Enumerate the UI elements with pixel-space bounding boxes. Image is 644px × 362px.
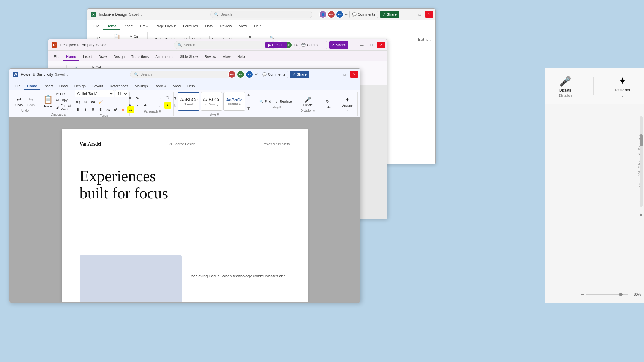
excel-close-button[interactable]: ✕ <box>425 11 433 18</box>
excel-editing-chevron[interactable]: ⌄ <box>430 38 432 41</box>
word-italic-button[interactable]: I <box>82 106 89 113</box>
word-font-size-select[interactable]: 11 <box>115 90 128 97</box>
word-sort-button[interactable]: ⇅ <box>164 95 171 101</box>
excel-tab-formulas[interactable]: Formulas <box>180 23 201 30</box>
dictate-panel-button[interactable]: 🎤 Dictate Dictation <box>559 76 572 97</box>
ppt-tab-animations[interactable]: Animations <box>152 53 176 61</box>
word-style-normal[interactable]: AaBbCc Normal* <box>178 92 199 111</box>
ppt-tab-design[interactable]: Design <box>111 53 128 61</box>
word-clear-format-button[interactable]: 🧹 <box>97 98 104 105</box>
word-styles-expand-icon[interactable]: ⊞ <box>217 113 219 116</box>
word-tab-file[interactable]: File <box>12 83 23 90</box>
word-line-spacing-button[interactable]: ↕ <box>157 102 163 109</box>
excel-cut-button[interactable]: ✂ Cut <box>123 34 145 39</box>
excel-comments-button[interactable]: 💬 Comments <box>349 11 378 18</box>
word-decrease-indent-button[interactable]: ← <box>149 95 156 101</box>
excel-search-bar[interactable]: 🔍 Search <box>210 11 312 18</box>
word-font-expand-icon[interactable]: ⊞ <box>106 114 109 117</box>
excel-tab-insert[interactable]: Insert <box>121 23 136 30</box>
word-clipboard-expand-icon[interactable]: ⊞ <box>64 113 66 116</box>
word-shrink-font-button[interactable]: a↓ <box>82 98 89 105</box>
word-saved-chevron[interactable]: ⌄ <box>66 72 69 77</box>
word-styles-scroll-up[interactable]: ▲ <box>246 92 251 97</box>
designer-panel-button[interactable]: ✦ Designer ⌄ <box>615 75 630 98</box>
word-bold-button[interactable]: B <box>75 106 81 113</box>
word-styles-scroll-down[interactable]: ▼ <box>246 106 251 111</box>
word-align-right-button[interactable]: ⮕ <box>142 102 148 109</box>
word-subscript-button[interactable]: x₂ <box>105 106 111 113</box>
word-tab-insert[interactable]: Insert <box>41 83 56 90</box>
word-superscript-button[interactable]: x² <box>112 106 119 113</box>
ppt-present-button[interactable]: ▶ Present <box>265 42 287 48</box>
word-tab-layout[interactable]: Layout <box>89 83 106 90</box>
excel-tab-review[interactable]: Review <box>217 23 235 30</box>
word-strikethrough-button[interactable]: S <box>97 106 104 113</box>
excel-tab-help[interactable]: Help <box>251 23 265 30</box>
zoom-plus-icon[interactable]: + <box>630 292 632 297</box>
word-tab-view[interactable]: View <box>170 83 184 90</box>
right-panel-scrollbar-thumb[interactable] <box>640 134 643 146</box>
ppt-share-button[interactable]: ↗ Share <box>329 41 348 49</box>
excel-tab-pagelayout[interactable]: Page Layout <box>153 23 179 30</box>
word-multilevel-button[interactable]: ⋮≡ <box>142 95 148 101</box>
zoom-slider-track[interactable] <box>586 294 628 295</box>
word-tab-references[interactable]: References <box>107 83 131 90</box>
word-search-bar[interactable]: 🔍 Search <box>130 71 232 78</box>
excel-tab-view[interactable]: View <box>236 23 250 30</box>
word-justify-button[interactable]: ☰ <box>149 102 156 109</box>
ppt-tab-insert[interactable]: Insert <box>80 53 95 61</box>
ppt-comments-button[interactable]: 💬 Comments <box>299 41 327 49</box>
word-tab-design[interactable]: Design <box>71 83 89 90</box>
ppt-saved-chevron[interactable]: ⌄ <box>107 43 110 47</box>
word-designer-button[interactable]: ✦ Designer <box>340 96 355 108</box>
word-maximize-button[interactable]: □ <box>340 71 349 78</box>
excel-tab-file[interactable]: File <box>90 23 102 30</box>
ppt-tab-transitions[interactable]: Transitions <box>128 53 152 61</box>
word-paragraph-expand-icon[interactable]: ⊞ <box>159 110 161 113</box>
excel-share-button[interactable]: ↗ Share <box>380 11 399 18</box>
ppt-tab-home[interactable]: Home <box>63 53 79 61</box>
word-tab-home[interactable]: Home <box>24 83 40 90</box>
word-cut-button[interactable]: ✂ Cut <box>55 91 74 96</box>
word-underline-button[interactable]: U <box>90 106 96 113</box>
ppt-tab-draw[interactable]: Draw <box>96 53 110 61</box>
ppt-tab-help[interactable]: Help <box>234 53 248 61</box>
excel-saved-chevron[interactable]: ⌄ <box>140 12 143 17</box>
excel-tab-draw[interactable]: Draw <box>137 23 151 30</box>
word-copy-button[interactable]: ⧉ Copy <box>55 97 74 102</box>
word-font-select[interactable]: Calibri (Body) <box>75 90 114 97</box>
word-shading-button[interactable]: ▲ <box>164 102 171 109</box>
word-font-color-button[interactable]: A <box>120 106 126 113</box>
word-paste-button[interactable]: 📋 Paste <box>43 94 53 109</box>
word-tab-help[interactable]: Help <box>184 83 198 90</box>
word-minimize-button[interactable]: — <box>331 71 339 78</box>
designer-panel-chevron[interactable]: ⌄ <box>621 93 624 98</box>
word-dictation-expand-icon[interactable]: ⊞ <box>313 109 315 112</box>
word-share-button[interactable]: ↗ Share <box>290 71 309 78</box>
ppt-tab-review[interactable]: Review <box>202 53 219 61</box>
right-panel-expand-button[interactable]: ▶ <box>640 213 643 217</box>
word-replace-button[interactable]: ⇄ Replace <box>274 99 294 104</box>
word-tab-draw[interactable]: Draw <box>56 83 71 90</box>
word-style-nospacing[interactable]: AaBbCc No Spacing <box>201 92 222 111</box>
word-increase-indent-button[interactable]: → <box>157 95 163 101</box>
word-redo-button[interactable]: ↪ Redo <box>26 95 36 108</box>
excel-maximize-button[interactable]: □ <box>415 11 424 18</box>
ppt-tab-file[interactable]: File <box>51 53 62 61</box>
word-designer-chevron[interactable]: ⌄ <box>346 109 349 112</box>
word-align-center-button[interactable]: ≡ <box>134 102 141 109</box>
ppt-present-chevron[interactable]: ⌄ <box>288 43 291 47</box>
excel-minimize-button[interactable]: — <box>406 11 414 18</box>
ppt-search-bar[interactable]: 🔍 Search <box>174 41 276 49</box>
word-tab-review[interactable]: Review <box>152 83 169 90</box>
word-editor-button[interactable]: ✎ Editor <box>322 98 333 110</box>
word-comments-button[interactable]: 💬 Comments <box>260 71 288 78</box>
word-close-button[interactable]: ✕ <box>350 71 358 78</box>
ppt-maximize-button[interactable]: □ <box>367 42 376 48</box>
ppt-minimize-button[interactable]: — <box>358 42 366 48</box>
word-scroll-area[interactable]: VanArsdel VA Shared Design Power & Simpl… <box>9 117 360 303</box>
word-dictate-button[interactable]: 🎤 Dictate <box>302 95 314 108</box>
excel-tab-data[interactable]: Data <box>202 23 216 30</box>
word-bullets-button[interactable]: ≡ <box>127 95 133 101</box>
word-editing-expand-icon[interactable]: ⊞ <box>279 106 282 109</box>
